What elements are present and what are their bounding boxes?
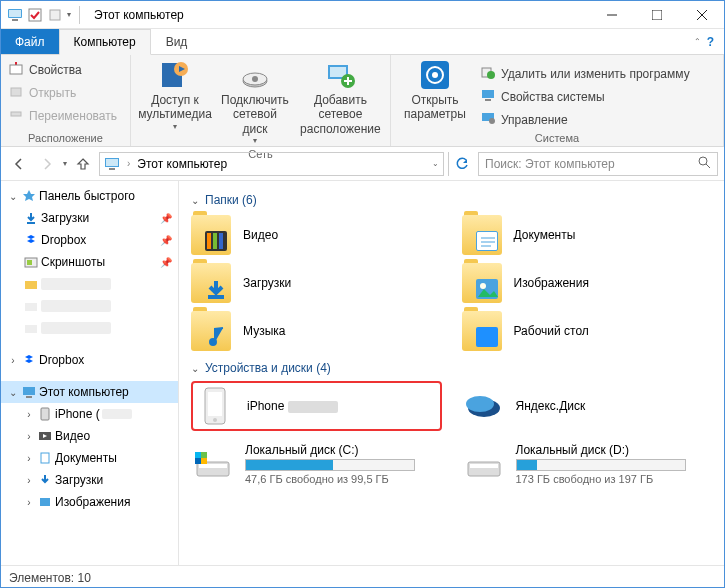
sidebar-this-pc[interactable]: ⌄ Этот компьютер bbox=[1, 381, 178, 403]
maximize-button[interactable] bbox=[634, 1, 679, 29]
dropbox-icon bbox=[21, 352, 37, 368]
search-input[interactable]: Поиск: Этот компьютер bbox=[478, 152, 718, 176]
sidebar-item-hidden[interactable] bbox=[1, 295, 178, 317]
breadcrumb[interactable]: › Этот компьютер ⌄ bbox=[99, 152, 444, 176]
svg-line-34 bbox=[706, 164, 710, 168]
chevron-down-icon[interactable]: ⌄ bbox=[7, 387, 19, 398]
svg-rect-68 bbox=[470, 464, 498, 468]
properties-button[interactable]: Свойства bbox=[9, 59, 117, 80]
sidebar-quick-access[interactable]: ⌄ Панель быстрого bbox=[1, 185, 178, 207]
qat-checkbox-icon[interactable] bbox=[27, 7, 43, 23]
breadcrumb-dropdown[interactable]: ⌄ bbox=[432, 159, 439, 168]
sidebar-iphone[interactable]: › iPhone ( bbox=[1, 403, 178, 425]
svg-rect-37 bbox=[27, 260, 32, 265]
this-pc-icon bbox=[7, 7, 23, 23]
folders-section-header[interactable]: ⌄ Папки (6) bbox=[191, 193, 712, 207]
svg-point-33 bbox=[699, 157, 707, 165]
sys-props-icon bbox=[481, 88, 495, 105]
sidebar-videos[interactable]: › Видео bbox=[1, 425, 178, 447]
drive-c[interactable]: Локальный диск (C:) 47,6 ГБ свободно из … bbox=[191, 439, 442, 489]
pin-icon: 📌 bbox=[160, 257, 172, 268]
chevron-right-icon[interactable]: › bbox=[124, 158, 133, 169]
iphone-icon bbox=[37, 406, 53, 422]
svg-rect-64 bbox=[201, 452, 207, 458]
nav-up-button[interactable] bbox=[71, 152, 95, 176]
map-drive-button[interactable]: Подключить сетевой диск ▾ bbox=[221, 59, 289, 146]
svg-rect-6 bbox=[652, 10, 662, 20]
svg-rect-49 bbox=[219, 233, 223, 249]
folder-videos[interactable]: Видео bbox=[191, 213, 442, 257]
add-network-location-button[interactable]: Добавить сетевое расположение bbox=[299, 59, 382, 136]
chevron-right-icon[interactable]: › bbox=[7, 355, 19, 366]
gear-icon bbox=[419, 59, 451, 91]
svg-rect-66 bbox=[201, 458, 207, 464]
sidebar-images[interactable]: › Изображения bbox=[1, 491, 178, 513]
svg-point-29 bbox=[489, 118, 495, 124]
media-access-button[interactable]: Доступ к мультимедиа ▾ bbox=[139, 59, 211, 131]
ribbon-collapse-icon[interactable]: ⌃ bbox=[694, 37, 701, 46]
folder-images[interactable]: Изображения bbox=[462, 261, 713, 305]
refresh-button[interactable] bbox=[448, 152, 474, 176]
breadcrumb-text[interactable]: Этот компьютер bbox=[137, 157, 227, 171]
qat-dropdown-icon[interactable] bbox=[47, 7, 63, 23]
folder-icon bbox=[23, 276, 39, 292]
open-icon bbox=[9, 84, 23, 101]
device-iphone[interactable]: iPhone bbox=[191, 381, 442, 431]
folder-music[interactable]: Музыка bbox=[191, 309, 442, 353]
qat-customize-icon[interactable]: ▾ bbox=[67, 10, 71, 19]
sidebar-downloads2[interactable]: › Загрузки bbox=[1, 469, 178, 491]
sidebar-dropbox[interactable]: › Dropbox bbox=[1, 349, 178, 371]
uninstall-icon bbox=[481, 65, 495, 82]
drive-d-label: Локальный диск (D:) bbox=[516, 443, 686, 457]
chevron-right-icon[interactable]: › bbox=[23, 431, 35, 442]
drive-d-icon bbox=[464, 444, 504, 484]
svg-rect-3 bbox=[29, 9, 41, 21]
minimize-button[interactable] bbox=[589, 1, 634, 29]
sidebar-screenshots[interactable]: Скриншоты 📌 bbox=[1, 251, 178, 273]
folder-downloads[interactable]: Загрузки bbox=[191, 261, 442, 305]
system-properties-button[interactable]: Свойства системы bbox=[481, 86, 690, 107]
chevron-down-icon[interactable]: ⌄ bbox=[7, 191, 19, 202]
svg-rect-40 bbox=[25, 325, 37, 333]
close-button[interactable] bbox=[679, 1, 724, 29]
uninstall-program-button[interactable]: Удалить или изменить программу bbox=[481, 63, 690, 84]
sidebar-downloads[interactable]: Загрузки 📌 bbox=[1, 207, 178, 229]
drive-d-free-text: 173 ГБ свободно из 197 ГБ bbox=[516, 473, 686, 485]
drive-d[interactable]: Локальный диск (D:) 173 ГБ свободно из 1… bbox=[462, 439, 713, 489]
nav-history-dropdown[interactable]: ▾ bbox=[63, 159, 67, 168]
star-icon bbox=[21, 188, 37, 204]
tab-computer[interactable]: Компьютер bbox=[59, 29, 151, 55]
svg-rect-1 bbox=[9, 10, 21, 17]
sidebar-dropbox-pinned[interactable]: Dropbox 📌 bbox=[1, 229, 178, 251]
sidebar: ⌄ Панель быстрого Загрузки 📌 Dropbox 📌 С… bbox=[1, 181, 179, 565]
chevron-right-icon[interactable]: › bbox=[23, 453, 35, 464]
pin-icon: 📌 bbox=[160, 213, 172, 224]
svg-rect-12 bbox=[11, 112, 21, 116]
videos-folder-icon bbox=[191, 215, 231, 255]
video-icon bbox=[37, 428, 53, 444]
sidebar-item-hidden[interactable] bbox=[1, 317, 178, 339]
manage-button[interactable]: Управление bbox=[481, 109, 690, 130]
svg-rect-46 bbox=[40, 498, 50, 506]
chevron-down-icon[interactable]: ⌄ bbox=[191, 363, 199, 374]
desktop-folder-icon bbox=[462, 311, 502, 351]
file-tab[interactable]: Файл bbox=[1, 29, 59, 54]
chevron-right-icon[interactable]: › bbox=[23, 409, 35, 420]
sidebar-documents[interactable]: › Документы bbox=[1, 447, 178, 469]
tab-view[interactable]: Вид bbox=[151, 29, 203, 54]
chevron-right-icon[interactable]: › bbox=[23, 475, 35, 486]
chevron-right-icon[interactable]: › bbox=[23, 497, 35, 508]
svg-rect-45 bbox=[41, 453, 49, 463]
folder-documents[interactable]: Документы bbox=[462, 213, 713, 257]
download-icon bbox=[23, 210, 39, 226]
device-yandex-disk[interactable]: Яндекс.Диск bbox=[462, 381, 713, 431]
drives-section-header[interactable]: ⌄ Устройства и диски (4) bbox=[191, 361, 712, 375]
search-icon bbox=[697, 155, 711, 172]
folder-desktop[interactable]: Рабочий стол bbox=[462, 309, 713, 353]
help-icon[interactable]: ? bbox=[707, 35, 714, 49]
nav-back-button[interactable] bbox=[7, 152, 31, 176]
sidebar-item-hidden[interactable] bbox=[1, 273, 178, 295]
chevron-down-icon[interactable]: ⌄ bbox=[191, 195, 199, 206]
status-element-count: Элементов: 10 bbox=[9, 571, 91, 585]
open-settings-button[interactable]: Открыть параметры bbox=[399, 59, 471, 122]
